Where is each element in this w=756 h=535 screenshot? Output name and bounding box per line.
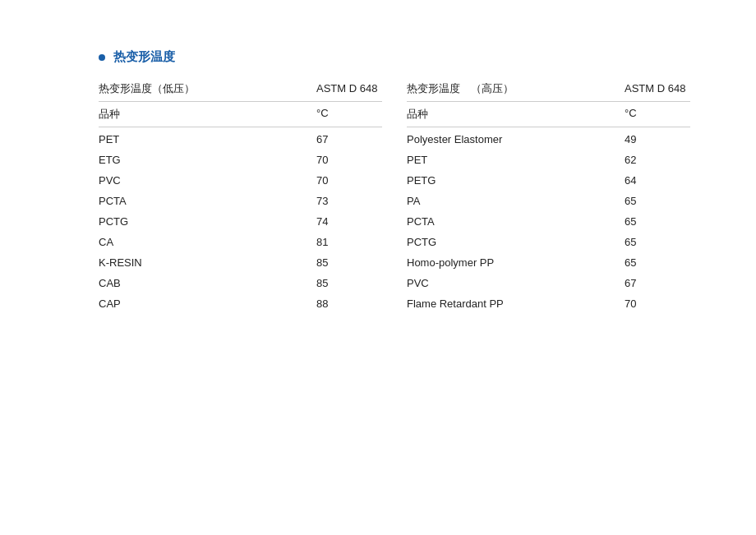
cell-name: CAB bbox=[99, 277, 316, 289]
table-row: PETG 64 bbox=[407, 170, 690, 191]
cell-value: 65 bbox=[625, 195, 690, 207]
cell-name: PET bbox=[407, 154, 625, 166]
section-title: 热变形温度 bbox=[99, 49, 690, 65]
cell-value: 49 bbox=[625, 133, 690, 145]
table-row: PCTA 73 bbox=[99, 191, 382, 211]
table-row: PA 65 bbox=[407, 191, 690, 211]
cell-value: 74 bbox=[316, 215, 382, 228]
table-row: PCTG 65 bbox=[407, 232, 690, 252]
table-row: Homo-polymer PP 65 bbox=[407, 252, 690, 273]
left-table-body: PET 67 ETG 70 PVC 70 PCTA 73 PCTG 74 CA … bbox=[99, 129, 382, 314]
cell-value: 65 bbox=[625, 215, 690, 228]
cell-name: CA bbox=[99, 236, 316, 248]
tables-row: 热变形温度（低压） ASTM D 648 品种 °C PET 67 ETG 70… bbox=[99, 81, 690, 314]
cell-value: 64 bbox=[625, 174, 690, 187]
left-table: 热变形温度（低压） ASTM D 648 品种 °C PET 67 ETG 70… bbox=[99, 81, 382, 314]
section-heading: 热变形温度 bbox=[113, 49, 175, 65]
cell-value: 62 bbox=[625, 154, 690, 166]
left-table-header: 热变形温度（低压） ASTM D 648 bbox=[99, 81, 382, 96]
table-row: CAP 88 bbox=[99, 293, 382, 314]
table-row: Polyester Elastomer 49 bbox=[407, 129, 690, 150]
cell-name: PCTG bbox=[99, 215, 316, 228]
right-table-header: 热变形温度 （高压） ASTM D 648 bbox=[407, 81, 690, 96]
cell-name: Homo-polymer PP bbox=[407, 256, 625, 269]
cell-value: 81 bbox=[316, 236, 382, 248]
cell-name: PVC bbox=[99, 174, 316, 187]
left-table-title: 热变形温度（低压） bbox=[99, 81, 316, 96]
cell-value: 65 bbox=[625, 256, 690, 269]
table-row: CAB 85 bbox=[99, 273, 382, 293]
right-table: 热变形温度 （高压） ASTM D 648 品种 °C Polyester El… bbox=[407, 81, 690, 314]
cell-value: 88 bbox=[316, 297, 382, 310]
cell-name: PCTA bbox=[407, 215, 625, 228]
left-table-standard: ASTM D 648 bbox=[316, 82, 382, 95]
left-col-headers: 品种 °C bbox=[99, 101, 382, 127]
cell-value: 73 bbox=[316, 195, 382, 207]
cell-name: PET bbox=[99, 133, 316, 145]
cell-name: PETG bbox=[407, 174, 625, 187]
table-row: PET 62 bbox=[407, 150, 690, 170]
right-col-headers: 品种 °C bbox=[407, 101, 690, 127]
cell-name: K-RESIN bbox=[99, 256, 316, 269]
table-row: PCTG 74 bbox=[99, 211, 382, 232]
cell-value: 67 bbox=[625, 277, 690, 289]
page-container: 热变形温度 热变形温度（低压） ASTM D 648 品种 °C PET 67 … bbox=[0, 0, 756, 347]
table-row: PCTA 65 bbox=[407, 211, 690, 232]
cell-name: PCTG bbox=[407, 236, 625, 248]
cell-name: PA bbox=[407, 195, 625, 207]
right-table-standard: ASTM D 648 bbox=[625, 82, 690, 95]
right-table-title: 热变形温度 （高压） bbox=[407, 81, 625, 96]
cell-value: 70 bbox=[625, 297, 690, 310]
cell-value: 85 bbox=[316, 277, 382, 289]
cell-value: 65 bbox=[625, 236, 690, 248]
table-row: ETG 70 bbox=[99, 150, 382, 170]
cell-name: PVC bbox=[407, 277, 625, 289]
right-col-name-header: 品种 bbox=[407, 107, 625, 122]
cell-value: 85 bbox=[316, 256, 382, 269]
bullet-icon bbox=[99, 54, 105, 61]
cell-name: ETG bbox=[99, 154, 316, 166]
left-col-name-header: 品种 bbox=[99, 107, 316, 122]
cell-value: 70 bbox=[316, 154, 382, 166]
right-table-body: Polyester Elastomer 49 PET 62 PETG 64 PA… bbox=[407, 129, 690, 314]
cell-name: Flame Retardant PP bbox=[407, 297, 625, 310]
cell-name: Polyester Elastomer bbox=[407, 133, 625, 145]
table-row: CA 81 bbox=[99, 232, 382, 252]
table-row: PVC 67 bbox=[407, 273, 690, 293]
left-col-unit-header: °C bbox=[316, 107, 382, 122]
table-row: PVC 70 bbox=[99, 170, 382, 191]
cell-name: PCTA bbox=[99, 195, 316, 207]
table-row: Flame Retardant PP 70 bbox=[407, 293, 690, 314]
cell-value: 67 bbox=[316, 133, 382, 145]
table-row: PET 67 bbox=[99, 129, 382, 150]
cell-name: CAP bbox=[99, 297, 316, 310]
cell-value: 70 bbox=[316, 174, 382, 187]
table-row: K-RESIN 85 bbox=[99, 252, 382, 273]
right-col-unit-header: °C bbox=[625, 107, 690, 122]
